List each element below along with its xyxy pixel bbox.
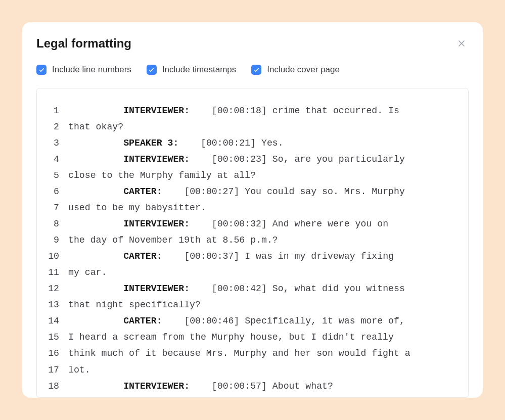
line-content: used to be my babysitter.: [68, 200, 458, 216]
transcript-line: 11my car.: [47, 264, 458, 281]
checkbox-label: Include line numbers: [52, 65, 131, 75]
speaker-name: INTERVIEWER:: [123, 106, 190, 116]
transcript-line: 16think much of it because Mrs. Murphy a…: [47, 345, 458, 361]
transcript-line: 2that okay?: [47, 119, 458, 135]
line-content: CARTER: [00:00:27] You could say so. Mrs…: [68, 183, 458, 200]
speaker-name: CARTER:: [123, 186, 162, 197]
line-content: CARTER: [00:00:37] I was in my driveway …: [68, 248, 458, 264]
close-icon: [456, 38, 467, 49]
checkbox-label: Include cover page: [267, 65, 340, 75]
speaker-name: CARTER:: [123, 251, 162, 261]
line-content: close to the Murphy family at all?: [68, 167, 458, 183]
line-number: 8: [47, 216, 68, 232]
line-content: INTERVIEWER: [00:00:42] So, what did you…: [68, 281, 458, 297]
line-text: [00:00:27] You could say so. Mrs. Murphy: [162, 186, 405, 197]
transcript-line: 8 INTERVIEWER: [00:00:32] And where were…: [47, 216, 458, 232]
line-number: 1: [47, 103, 68, 119]
transcript-line: 12 INTERVIEWER: [00:00:42] So, what did …: [47, 281, 458, 297]
speaker-name: INTERVIEWER:: [123, 381, 190, 391]
line-text: [00:00:23] So, are you particularly: [190, 154, 405, 164]
speaker-name: CARTER:: [123, 316, 162, 326]
line-number: 6: [47, 183, 68, 200]
line-content: INTERVIEWER: [00:00:32] And where were y…: [68, 216, 458, 232]
transcript-line: 17lot.: [47, 362, 458, 378]
checkbox-box: [36, 65, 47, 75]
line-number: 12: [47, 281, 68, 297]
line-number: 18: [47, 378, 68, 394]
line-number: 7: [47, 200, 68, 216]
line-text: the day of November 19th at 8.56 p.m.?: [68, 235, 278, 245]
transcript-container: 1 INTERVIEWER: [00:00:18] crime that occ…: [36, 88, 469, 398]
header: Legal formatting: [36, 36, 469, 51]
close-button[interactable]: [454, 36, 469, 51]
transcript-line: 13that night specifically?: [47, 297, 458, 313]
checkbox-box: [251, 65, 261, 75]
line-content: the day of November 19th at 8.56 p.m.?: [68, 232, 458, 248]
line-content: I heard a scream from the Murphy house, …: [68, 329, 458, 345]
line-text: lot.: [68, 365, 90, 375]
line-content: that okay?: [68, 119, 458, 135]
speaker-name: INTERVIEWER:: [123, 154, 190, 164]
line-content: lot.: [68, 362, 458, 378]
line-number: 15: [47, 329, 68, 345]
transcript-line: 6 CARTER: [00:00:27] You could say so. M…: [47, 183, 458, 200]
line-number: 3: [47, 135, 68, 151]
page-title: Legal formatting: [36, 36, 131, 51]
line-text: [00:00:37] I was in my driveway fixing: [162, 251, 394, 261]
line-number: 17: [47, 362, 68, 378]
line-text: think much of it because Mrs. Murphy and…: [68, 348, 410, 358]
line-content: CARTER: [00:00:46] Specifically, it was …: [68, 313, 458, 329]
checkbox-box: [147, 65, 157, 75]
line-text: [00:00:42] So, what did you witness: [190, 284, 405, 294]
line-number: 16: [47, 345, 68, 361]
transcript-line: 7used to be my babysitter.: [47, 200, 458, 216]
checkbox-include-line-numbers[interactable]: Include line numbers: [36, 65, 131, 75]
transcript-line: 9the day of November 19th at 8.56 p.m.?: [47, 232, 458, 248]
check-icon: [38, 67, 45, 73]
transcript-line: 1 INTERVIEWER: [00:00:18] crime that occ…: [47, 103, 458, 119]
speaker-name: SPEAKER 3:: [123, 138, 178, 148]
line-number: 11: [47, 264, 68, 281]
speaker-name: INTERVIEWER:: [123, 219, 190, 229]
line-text: [00:00:21] Yes.: [178, 138, 283, 148]
check-icon: [148, 67, 155, 73]
line-text: my car.: [68, 267, 107, 277]
line-text: that okay?: [68, 122, 123, 132]
line-number: 5: [47, 167, 68, 183]
line-content: INTERVIEWER: [00:00:18] crime that occur…: [68, 103, 458, 119]
line-text: close to the Murphy family at all?: [68, 170, 256, 180]
line-text: used to be my babysitter.: [68, 203, 206, 213]
transcript-line: 3 SPEAKER 3: [00:00:21] Yes.: [47, 135, 458, 151]
speaker-name: INTERVIEWER:: [123, 284, 190, 294]
line-text: [00:00:18] crime that occurred. Is: [190, 106, 399, 116]
transcript-line: 14 CARTER: [00:00:46] Specifically, it w…: [47, 313, 458, 329]
check-icon: [253, 67, 260, 73]
transcript-line: 15I heard a scream from the Murphy house…: [47, 329, 458, 345]
checkbox-label: Include timestamps: [162, 65, 236, 75]
line-content: INTERVIEWER: [00:00:57] About what?: [68, 378, 458, 394]
transcript-line: 5close to the Murphy family at all?: [47, 167, 458, 183]
line-content: my car.: [68, 264, 458, 281]
transcript-line: 18 INTERVIEWER: [00:00:57] About what?: [47, 378, 458, 394]
line-number: 10: [47, 248, 68, 264]
line-number: 4: [47, 151, 68, 167]
outer-wrapper: Legal formatting Include line numbers In…: [11, 11, 494, 409]
line-content: INTERVIEWER: [00:00:23] So, are you part…: [68, 151, 458, 167]
line-number: 14: [47, 313, 68, 329]
line-content: think much of it because Mrs. Murphy and…: [68, 345, 458, 361]
line-number: 2: [47, 119, 68, 135]
transcript-line: 4 INTERVIEWER: [00:00:23] So, are you pa…: [47, 151, 458, 167]
line-text: that night specifically?: [68, 300, 201, 310]
checkbox-include-cover-page[interactable]: Include cover page: [251, 65, 340, 75]
transcript-line: 10 CARTER: [00:00:37] I was in my drivew…: [47, 248, 458, 264]
line-text: [00:00:32] And where were you on: [190, 219, 388, 229]
line-text: I heard a scream from the Murphy house, …: [68, 332, 394, 342]
checkbox-include-timestamps[interactable]: Include timestamps: [147, 65, 236, 75]
line-content: that night specifically?: [68, 297, 458, 313]
line-number: 13: [47, 297, 68, 313]
options-row: Include line numbers Include timestamps …: [36, 65, 469, 75]
line-text: [00:00:46] Specifically, it was more of,: [162, 316, 405, 326]
line-content: SPEAKER 3: [00:00:21] Yes.: [68, 135, 458, 151]
legal-formatting-card: Legal formatting Include line numbers In…: [22, 22, 483, 398]
line-text: [00:00:57] About what?: [190, 381, 333, 391]
